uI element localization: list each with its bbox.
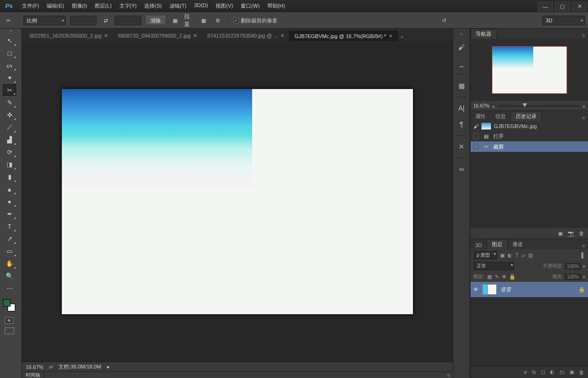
layer-filter-dropdown[interactable]: ρ 类型 (473, 251, 497, 259)
minimize-button[interactable]: — (538, 2, 553, 11)
status-menu-icon[interactable]: ▸ (107, 364, 110, 370)
tool-expand-icon[interactable]: ›› (0, 29, 21, 33)
history-tab[interactable]: 历史记录 (510, 111, 542, 121)
history-brush-tool[interactable]: ⟳ (3, 146, 16, 158)
navigator-preview[interactable] (470, 39, 588, 101)
menu-select[interactable]: 选择(S) (140, 0, 166, 11)
clone-source-icon[interactable]: ▦ (456, 80, 467, 91)
create-document-icon[interactable]: ▣ (558, 230, 563, 237)
zoom-slider[interactable] (498, 105, 580, 107)
reset-icon[interactable]: ↺ (439, 15, 449, 26)
lock-position-icon[interactable]: ✥ (502, 274, 506, 280)
zoom-out-icon[interactable]: ▵ (492, 103, 495, 109)
zoom-value[interactable]: 16.67% (26, 364, 43, 370)
panel-expand-icon[interactable]: ‹‹ (460, 31, 463, 36)
eyedropper-tool[interactable]: ✎ (3, 97, 16, 108)
crop-tool[interactable]: ✂ (3, 84, 16, 96)
layers-tab[interactable]: 图层 (487, 239, 508, 249)
screen-mode-toggle[interactable] (5, 328, 14, 334)
tabs-overflow-icon[interactable]: » (398, 32, 406, 41)
eraser-tool[interactable]: ◨ (3, 159, 16, 170)
snapshot-icon[interactable]: 📷 (568, 230, 574, 237)
filter-adjust-icon[interactable]: ◐ (508, 252, 512, 259)
menu-window[interactable]: 窗口(W) (237, 0, 264, 11)
history-state-box[interactable] (473, 144, 479, 149)
fill-dd-icon[interactable]: ▾ (583, 274, 585, 279)
crop-options-icon[interactable]: ⚙ (213, 15, 223, 26)
opacity-value[interactable]: 100% (565, 263, 581, 269)
zoom-tool[interactable]: 🔍 (3, 270, 16, 281)
info-tab[interactable]: 信息 (490, 111, 510, 121)
marquee-tool[interactable]: ◻ (3, 47, 16, 59)
path-select-tool[interactable]: ↗ (3, 233, 16, 244)
document-tab[interactable]: 3822951_162036355000_2.jpg× (24, 30, 113, 41)
lock-transparency-icon[interactable]: ▦ (487, 274, 492, 280)
pen-tool[interactable]: ✒ (3, 208, 16, 219)
menu-image[interactable]: 图像(I) (68, 0, 91, 11)
layer-name[interactable]: 背景 (500, 286, 511, 293)
shape-tool[interactable]: ▭ (3, 245, 16, 257)
clear-button[interactable]: 清除 (145, 16, 166, 25)
swap-dimensions-icon[interactable]: ⇄ (100, 15, 111, 26)
delete-layer-icon[interactable]: 🗑 (579, 369, 584, 375)
link-layers-icon[interactable]: ⌀ (524, 369, 527, 375)
close-tab-icon[interactable]: × (281, 32, 284, 39)
layer-mask-icon[interactable]: ◻ (541, 369, 545, 375)
filter-type-icon[interactable]: T (515, 252, 519, 258)
brush-tool[interactable]: ／ (3, 121, 16, 133)
menu-layer[interactable]: 图层(L) (91, 0, 115, 11)
menu-filter[interactable]: 滤镜(T) (166, 0, 190, 11)
lock-icon[interactable]: 🔒 (578, 287, 585, 293)
channels-tab[interactable]: 通道 (508, 239, 528, 249)
lock-image-icon[interactable]: ✎ (495, 274, 499, 280)
visibility-icon[interactable]: 👁 (473, 287, 479, 292)
timeline-tab[interactable]: 时间轴 (22, 372, 44, 378)
brush-presets-icon[interactable]: ⎯ (456, 58, 467, 69)
blend-mode-dropdown[interactable]: 正常 (473, 262, 514, 270)
lasso-tool[interactable]: ᔕ (3, 60, 16, 71)
delete-cropped-checkbox[interactable]: ✓ 删除裁剪的像素 (233, 17, 277, 24)
tool-preset-icon[interactable]: ✂ (3, 15, 13, 26)
panel-menu-icon[interactable]: ≡ (579, 242, 588, 249)
libraries-panel-icon[interactable]: ∞ (456, 164, 467, 174)
magic-wand-tool[interactable]: ✦ (3, 72, 16, 83)
canvas-viewport[interactable] (22, 41, 453, 362)
color-swatches[interactable] (3, 299, 15, 311)
document-tab[interactable]: 6608733_094320799000_2.jpg× (113, 30, 202, 41)
straighten-icon[interactable]: ▦ (170, 15, 180, 26)
paragraph-panel-icon[interactable]: ¶ (456, 119, 467, 129)
clone-stamp-tool[interactable]: ▟ (3, 134, 16, 145)
close-tab-icon[interactable]: × (104, 32, 108, 39)
menu-view[interactable]: 视图(V) (212, 0, 237, 11)
character-panel-icon[interactable]: A| (456, 103, 467, 113)
menu-file[interactable]: 文件(F) (18, 0, 43, 11)
group-icon[interactable]: 🗀 (559, 369, 565, 375)
adjustment-layer-icon[interactable]: ◐ (550, 369, 555, 375)
layer-thumb[interactable] (482, 284, 497, 295)
crop-height-input[interactable] (115, 16, 141, 25)
history-item-selected[interactable]: ✂ 裁剪 (470, 141, 588, 152)
zoom-in-icon[interactable]: ▵ (583, 103, 585, 109)
filter-pixel-icon[interactable]: ▣ (500, 252, 505, 259)
gradient-tool[interactable]: ▮ (3, 171, 16, 182)
document-tab[interactable]: 57411532228793580.jpg @ ...× (202, 30, 289, 41)
menu-help[interactable]: 帮助(H) (264, 0, 289, 11)
lock-all-icon[interactable]: 🔒 (509, 274, 516, 280)
menu-edit[interactable]: 编辑(E) (43, 0, 68, 11)
brush-panel-icon[interactable]: 🖌 (456, 42, 467, 52)
timeline-menu-icon[interactable]: ≡ (444, 372, 453, 378)
navigator-tab[interactable]: 导航器 (470, 29, 497, 39)
zoom-popup-icon[interactable]: ▱ (49, 364, 53, 370)
opacity-dd-icon[interactable]: ▾ (583, 264, 585, 269)
doc-size[interactable]: 文档:36.0M/18.0M (59, 363, 101, 370)
menu-3d[interactable]: 3D(D) (190, 0, 212, 11)
foreground-color[interactable] (3, 299, 10, 307)
filter-smart-icon[interactable]: ▥ (528, 252, 533, 259)
crop-width-input[interactable] (70, 16, 97, 25)
move-tool[interactable]: ↖ (3, 35, 16, 46)
dodge-tool[interactable]: ● (3, 196, 16, 207)
history-source[interactable]: 🖌 GJB7EGBVMc.jpg (470, 121, 588, 131)
close-tab-icon[interactable]: × (194, 32, 197, 39)
healing-brush-tool[interactable]: ✜ (3, 109, 16, 120)
actions-panel-icon[interactable]: ✕ (456, 141, 467, 152)
